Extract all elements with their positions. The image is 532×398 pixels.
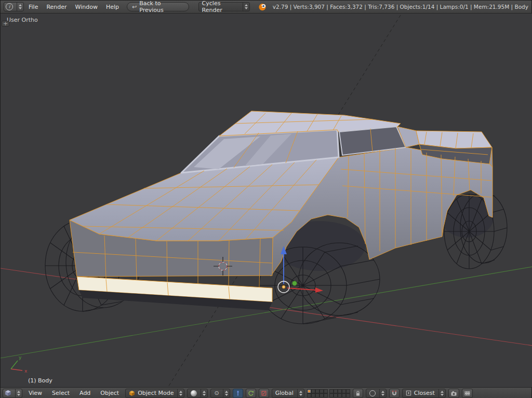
info-header: i File Render Window Help ↩ Back to Prev… [1,1,531,13]
layer-cell[interactable] [346,389,350,393]
layer-cell[interactable] [320,389,324,393]
scene-lock-toggle[interactable] [353,389,363,398]
snap-mode-icon [406,390,411,396]
region-expand-button[interactable]: + [2,21,9,26]
layer-cell[interactable] [342,389,346,393]
manipulator-scale-toggle[interactable] [259,389,269,398]
layer-cell[interactable] [307,389,311,393]
dropdown-stepper [223,389,228,397]
menu-help[interactable]: Help [102,4,123,10]
opengl-render-animation-button[interactable] [462,389,473,398]
back-arrow-icon: ↩ [132,4,137,10]
blender-window: i File Render Window Help ↩ Back to Prev… [0,0,532,398]
pivot-point-dropdown[interactable]: ⊙ [210,389,230,398]
layer-cell[interactable] [338,393,342,397]
snap-element-dropdown[interactable]: Closest [402,389,446,398]
info-editor-icon: i [6,3,13,10]
proportional-edit-dropdown[interactable] [366,389,387,398]
3d-viewport[interactable]: x y User Ortho (1) Body + [1,13,532,387]
shading-sphere-icon [191,390,197,396]
editor-type-selector-3dview[interactable] [3,389,22,398]
back-to-previous-button[interactable]: ↩ Back to Previous [127,2,189,11]
layer-cell[interactable] [307,393,311,397]
dropdown-stepper [15,389,20,397]
layer-cell[interactable] [311,389,315,393]
editor-type-selector-info[interactable]: i [4,2,24,11]
scene-svg: x y [1,13,532,387]
pivot-icon: ⊙ [214,390,219,396]
layer-cell[interactable] [324,393,328,397]
menu-render[interactable]: Render [43,4,70,10]
layer-cell[interactable] [324,389,328,393]
layer-cell[interactable] [334,389,338,393]
viewport-shading-dropdown[interactable] [187,389,208,398]
menu-object[interactable]: Object [97,390,123,396]
mode-dropdown[interactable]: Object Mode [125,389,184,398]
opengl-render-image-button[interactable] [448,389,459,398]
render-engine-value: Cycles Render [202,0,240,13]
layer-cell[interactable] [346,393,350,397]
layer-cell[interactable] [338,389,342,393]
layer-cell[interactable] [334,393,338,397]
layers-widget[interactable] [307,389,350,397]
layer-cell[interactable] [315,393,320,397]
film-icon [464,390,471,396]
blender-logo [258,3,267,11]
snap-element-value: Closest [414,390,435,396]
layer-cell[interactable] [311,393,315,397]
manipulator-x-arrowhead [315,287,323,293]
menu-window[interactable]: Window [72,4,101,10]
layer-cell[interactable] [320,393,324,397]
lock-icon [355,390,361,396]
dropdown-stepper [243,3,248,11]
orientation-value: Global [275,390,294,396]
3d-view-editor-icon [5,390,11,396]
mini-axis-gizmo: x y [11,355,28,374]
viewport-header: View Select Add Object Object Mode ⊙ [1,387,531,398]
view-orientation-label: User Ortho [7,17,38,23]
magnet-icon [391,390,397,396]
layer-cell[interactable] [329,389,334,393]
object-mode-icon [129,390,135,396]
layers-group-1[interactable] [307,389,328,397]
dropdown-stepper [438,389,444,397]
menu-view[interactable]: View [25,390,46,396]
axis-x-label: x [24,368,28,374]
manipulator-y-handle [292,281,297,286]
object-origin-dot [282,285,285,289]
menu-file[interactable]: File [25,4,42,10]
translate-icon [235,390,241,396]
back-to-previous-label: Back to Previous [139,0,183,13]
axis-y-label: y [19,355,22,360]
layer-cell[interactable] [342,393,346,397]
manipulator-rotate-toggle[interactable] [246,389,256,398]
dropdown-stepper [17,3,22,11]
dropdown-stepper [201,389,206,397]
scale-icon [261,390,267,396]
stats-readout: v2.79 | Verts:3,907 | Faces:3,372 | Tris… [273,4,528,10]
camera-icon [450,390,457,396]
dropdown-stepper [297,389,302,397]
mode-value: Object Mode [138,390,174,396]
rotate-icon [248,390,254,396]
dropdown-stepper [379,389,384,397]
snap-toggle[interactable] [389,389,400,398]
active-object-label: (1) Body [28,377,52,384]
model-body[interactable] [70,111,493,310]
menu-select[interactable]: Select [48,390,73,396]
layers-group-2[interactable] [329,389,350,397]
manipulator-translate-toggle[interactable] [233,389,243,398]
layer-cell[interactable] [329,393,334,397]
layer-cell[interactable] [315,389,320,393]
dropdown-stepper [177,389,182,397]
render-engine-dropdown[interactable]: Cycles Render [198,2,250,11]
transform-orientation-dropdown[interactable]: Global [272,389,304,398]
menu-add[interactable]: Add [76,390,94,396]
proportional-edit-icon [369,390,376,396]
